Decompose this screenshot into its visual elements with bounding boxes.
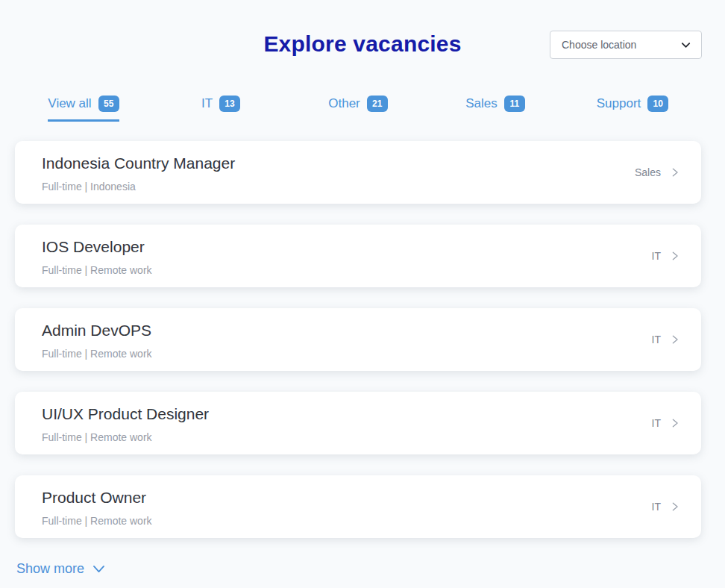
header: Explore vacancies Choose location [0,0,725,58]
job-category: IT [652,501,661,513]
job-category: IT [652,334,661,345]
chevron-down-icon [680,40,691,51]
job-title: IOS Developer [42,238,152,256]
job-title: Indonesia Country Manager [42,154,235,172]
tab-count-badge: 21 [367,96,388,112]
vacancy-card[interactable]: Indonesia Country Manager Full-time | In… [15,141,701,204]
job-meta: Full-time | Remote work [42,264,152,276]
job-category: IT [652,417,661,429]
vacancy-list: Indonesia Country Manager Full-time | In… [15,141,701,538]
job-meta: Full-time | Remote work [42,515,152,527]
chevron-down-icon [92,562,106,576]
vacancies-page: Explore vacancies Choose location View a… [0,0,725,588]
job-category: IT [652,250,661,262]
vacancy-card[interactable]: UI/UX Product Designer Full-time | Remot… [15,392,701,454]
chevron-right-icon [670,251,680,261]
location-dropdown[interactable]: Choose location [550,31,702,59]
tab-count-badge: 10 [647,96,668,112]
tab-label: Support [597,96,641,111]
job-meta: Full-time | Remote work [42,348,152,360]
tab-other[interactable]: Other 21 [289,96,427,122]
chevron-right-icon [670,418,680,428]
chevron-right-icon [670,334,680,345]
category-tabs: View all 55 IT 13 Other 21 Sales 11 Supp [15,96,701,122]
tab-support[interactable]: Support 10 [564,96,701,122]
job-title: Admin DevOPS [42,322,152,340]
tab-view-all[interactable]: View all 55 [15,96,152,122]
tab-label: Sales [465,96,498,111]
job-meta: Full-time | Remote work [42,431,209,443]
tab-sales[interactable]: Sales 11 [427,96,564,122]
chevron-right-icon [670,501,680,512]
job-title: UI/UX Product Designer [42,405,209,423]
location-dropdown-value: Choose location [562,39,636,51]
tab-label: View all [48,96,91,111]
job-category: Sales [635,166,661,178]
tab-count-badge: 11 [504,96,525,112]
tab-label: IT [201,96,213,111]
job-meta: Full-time | Indonesia [42,181,235,193]
show-more-label: Show more [16,561,84,577]
job-title: Product Owner [42,489,152,507]
vacancy-card[interactable]: Product Owner Full-time | Remote work IT [15,475,701,538]
vacancy-card[interactable]: Admin DevOPS Full-time | Remote work IT [15,308,701,371]
show-more-button[interactable]: Show more [16,561,106,577]
tab-count-badge: 55 [98,96,119,112]
tab-count-badge: 13 [219,96,240,112]
tab-it[interactable]: IT 13 [152,96,289,122]
chevron-right-icon [670,167,680,178]
tab-label: Other [328,96,360,111]
vacancy-card[interactable]: IOS Developer Full-time | Remote work IT [15,225,701,287]
